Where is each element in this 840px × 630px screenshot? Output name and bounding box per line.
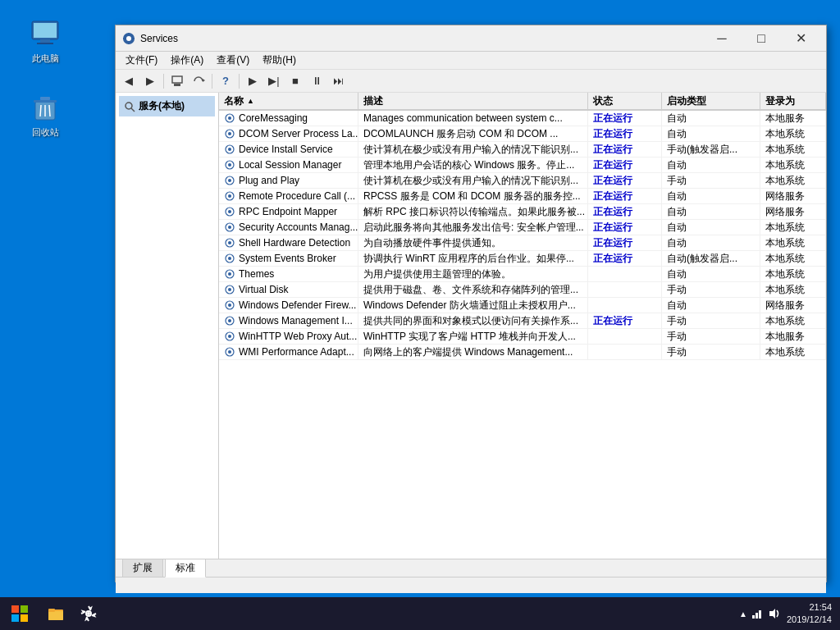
network-icon	[751, 607, 764, 620]
start-button[interactable]	[0, 597, 39, 630]
cell-desc: 为自动播放硬件事件提供通知。	[358, 235, 588, 250]
menu-help[interactable]: 帮助(H)	[256, 52, 303, 69]
desktop-icon-recycle-bin[interactable]: 回收站	[16, 90, 74, 139]
table-row[interactable]: Windows Management I... 提供共同的界面和对象模式以便访问…	[219, 313, 826, 329]
table-row[interactable]: System Events Broker 协调执行 WinRT 应用程序的后台作…	[219, 251, 826, 267]
svg-point-44	[228, 288, 231, 291]
svg-rect-54	[21, 605, 28, 613]
menubar: 文件(F) 操作(A) 查看(V) 帮助(H)	[116, 52, 826, 70]
table-header: 名称 ▲ 描述 状态 启动类型 登录为	[219, 93, 826, 111]
svg-line-9	[49, 105, 50, 116]
svg-rect-58	[48, 611, 63, 620]
minimize-button[interactable]: ─	[703, 25, 741, 52]
table-row[interactable]: Local Session Manager 管理本地用户会话的核心 Window…	[219, 158, 826, 173]
svg-point-34	[228, 210, 231, 213]
table-row[interactable]: CoreMessaging Manages communication betw…	[219, 111, 826, 126]
taskbar-time: 21:54	[787, 601, 832, 614]
toolbar-up-button[interactable]	[167, 72, 187, 90]
sort-arrow-name: ▲	[247, 97, 254, 105]
cell-name: RPC Endpoint Mapper	[219, 204, 358, 219]
svg-point-36	[228, 226, 231, 229]
cell-status: 正在运行	[588, 313, 662, 328]
cell-desc: 管理本地用户会话的核心 Windows 服务。停止...	[358, 158, 588, 172]
menu-view[interactable]: 查看(V)	[210, 52, 256, 69]
cell-startup: 自动	[662, 204, 760, 219]
toolbar-help-button[interactable]: ?	[216, 72, 235, 90]
cell-desc: 协调执行 WinRT 应用程序的后台作业。如果停...	[358, 251, 588, 266]
svg-rect-6	[40, 97, 50, 100]
cell-startup: 手动	[662, 282, 760, 297]
cell-status: 正在运行	[588, 220, 662, 235]
tab-standard[interactable]: 标准	[165, 559, 206, 578]
cell-startup: 自动	[662, 298, 760, 313]
svg-rect-5	[34, 100, 57, 103]
svg-point-42	[228, 272, 231, 276]
column-header-startup[interactable]: 启动类型	[662, 93, 760, 109]
menu-file[interactable]: 文件(F)	[119, 52, 164, 69]
toolbar-refresh-button[interactable]	[189, 72, 208, 90]
svg-marker-65	[769, 609, 775, 619]
toolbar-back-button[interactable]: ◀	[119, 72, 139, 90]
cell-name: Windows Defender Firew...	[219, 298, 358, 313]
cell-desc: 使计算机在极少或没有用户输入的情况下能识别...	[358, 173, 588, 188]
cell-desc: DCOMLAUNCH 服务启动 COM 和 DCOM ...	[358, 126, 588, 141]
tray-arrow[interactable]: ▲	[739, 609, 747, 619]
left-panel-label: 服务(本地)	[139, 99, 185, 113]
menu-action[interactable]: 操作(A)	[164, 52, 210, 69]
cell-desc: 使计算机在极少或没有用户输入的情况下能识别...	[358, 142, 588, 157]
desktop-icon-this-pc[interactable]: 此电脑	[16, 16, 74, 65]
cell-status: 正在运行	[588, 142, 662, 157]
table-body[interactable]: CoreMessaging Manages communication betw…	[219, 111, 826, 559]
cell-startup: 手动	[662, 345, 760, 359]
toolbar-start-button[interactable]: ▶	[243, 72, 262, 90]
table-row[interactable]: Security Accounts Manag... 启动此服务将向其他服务发出…	[219, 220, 826, 235]
svg-point-32	[228, 194, 231, 198]
svg-rect-12	[128, 33, 130, 35]
toolbar: ◀ ▶ ? ▶ ▶| ■ ⏸ ⏭	[116, 70, 826, 93]
toolbar-forward-button[interactable]: ▶	[140, 72, 160, 90]
column-header-logon[interactable]: 登录为	[760, 93, 826, 109]
table-row[interactable]: Device Install Service 使计算机在极少或没有用户输入的情况…	[219, 142, 826, 158]
taskbar-clock[interactable]: 21:54 2019/12/14	[787, 601, 832, 627]
cell-logon: 本地系统	[760, 282, 826, 297]
svg-point-61	[87, 612, 90, 615]
svg-rect-59	[48, 609, 55, 612]
services-window: Services ─ □ ✕ 文件(F) 操作(A) 查看(V) 帮助(H) ◀…	[115, 25, 827, 582]
cell-name: Remote Procedure Call (...	[219, 189, 358, 203]
cell-name: WinHTTP Web Proxy Aut...	[219, 329, 358, 344]
table-row[interactable]: DCOM Server Process La... DCOMLAUNCH 服务启…	[219, 126, 826, 142]
tab-extended[interactable]: 扩展	[122, 559, 163, 577]
taskbar-file-explorer-button[interactable]	[39, 597, 72, 630]
table-row[interactable]: Plug and Play 使计算机在极少或没有用户输入的情况下能识别... 正…	[219, 173, 826, 189]
table-row[interactable]: Windows Defender Firew... Windows Defend…	[219, 298, 826, 313]
svg-point-19	[126, 103, 132, 109]
column-header-name[interactable]: 名称 ▲	[219, 93, 358, 109]
table-row[interactable]: WinHTTP Web Proxy Aut... WinHTTP 实现了客户端 …	[219, 329, 826, 345]
cell-logon: 本地系统	[760, 220, 826, 235]
toolbar-stop-button[interactable]: ■	[285, 72, 305, 90]
table-row[interactable]: Themes 为用户提供使用主题管理的体验。 自动 本地系统	[219, 267, 826, 282]
svg-point-40	[228, 257, 231, 260]
cell-name: Device Install Service	[219, 142, 358, 157]
cell-logon: 本地系统	[760, 345, 826, 359]
window-title: Services	[140, 33, 703, 44]
table-row[interactable]: Virtual Disk 提供用于磁盘、卷、文件系统和存储阵列的管理... 手动…	[219, 282, 826, 298]
toolbar-separator-2	[212, 74, 212, 89]
cell-startup: 自动	[662, 158, 760, 172]
close-button[interactable]: ✕	[782, 25, 819, 52]
toolbar-restart-button[interactable]: ⏸	[307, 72, 326, 90]
maximize-button[interactable]: □	[742, 25, 780, 52]
column-header-status[interactable]: 状态	[588, 93, 662, 109]
table-row[interactable]: Shell Hardware Detection 为自动播放硬件事件提供通知。 …	[219, 235, 826, 251]
toolbar-more-button[interactable]: ⏭	[328, 72, 348, 90]
table-row[interactable]: WMI Performance Adapt... 向网络上的客户端提供 Wind…	[219, 345, 826, 360]
cell-startup: 自动	[662, 111, 760, 126]
column-header-desc[interactable]: 描述	[358, 93, 588, 109]
table-row[interactable]: RPC Endpoint Mapper 解析 RPC 接口标识符以传输端点。如果…	[219, 204, 826, 220]
cell-desc: 为用户提供使用主题管理的体验。	[358, 267, 588, 281]
table-row[interactable]: Remote Procedure Call (... RPCSS 服务是 COM…	[219, 189, 826, 204]
taskbar-settings-button[interactable]	[72, 597, 105, 630]
cell-desc: 解析 RPC 接口标识符以传输端点。如果此服务被...	[358, 204, 588, 219]
left-panel-header[interactable]: 服务(本地)	[119, 96, 215, 116]
toolbar-pause-button[interactable]: ▶|	[264, 72, 284, 90]
